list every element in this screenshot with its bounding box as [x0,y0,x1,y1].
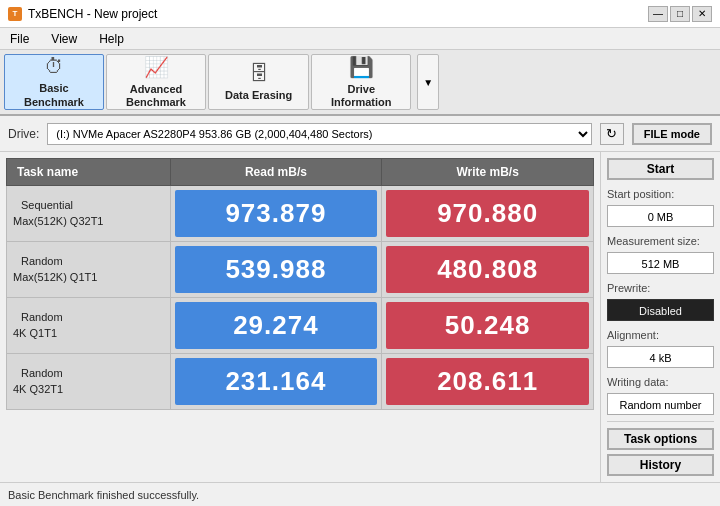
main-content: Task name Read mB/s Write mB/s Sequentia… [0,152,720,482]
tab-drive-information[interactable]: 💾 DriveInformation [311,54,411,110]
drive-label: Drive: [8,127,39,141]
basic-benchmark-icon: ⏱ [44,55,64,78]
write-value-2: 480.808 [386,246,589,293]
window-title: TxBENCH - New project [28,7,157,21]
tab-advanced-benchmark[interactable]: 📈 AdvancedBenchmark [106,54,206,110]
menu-help[interactable]: Help [95,31,128,47]
start-button[interactable]: Start [607,158,714,180]
task-name-label: RandomMax(512K) Q1T1 [13,255,97,282]
table-row: SequentialMax(512K) Q32T1 973.879 970.88… [7,186,594,242]
table-header-row: Task name Read mB/s Write mB/s [7,159,594,186]
task-name-label: Random4K Q32T1 [13,367,63,394]
drive-refresh-button[interactable]: ↻ [600,123,624,145]
read-cell-1: 973.879 [170,186,382,242]
task-name-cell: SequentialMax(512K) Q32T1 [7,186,171,242]
task-name-cell: Random4K Q1T1 [7,298,171,354]
file-mode-button[interactable]: FILE mode [632,123,712,145]
history-button[interactable]: History [607,454,714,476]
table-row: Random4K Q32T1 231.164 208.611 [7,354,594,410]
col-write: Write mB/s [382,159,594,186]
write-cell-1: 970.880 [382,186,594,242]
write-cell-3: 50.248 [382,298,594,354]
start-position-value: 0 MB [607,205,714,227]
data-erasing-label: Data Erasing [225,89,292,102]
write-cell-2: 480.808 [382,242,594,298]
status-message: Basic Benchmark finished successfully. [8,489,199,501]
writing-data-value: Random number [607,393,714,415]
menu-file[interactable]: File [6,31,33,47]
write-value-3: 50.248 [386,302,589,349]
read-value-3: 29.274 [175,302,378,349]
refresh-icon: ↻ [606,126,617,141]
read-cell-2: 539.988 [170,242,382,298]
start-position-label: Start position: [607,188,714,200]
benchmark-area: Task name Read mB/s Write mB/s Sequentia… [0,152,600,482]
measurement-size-label: Measurement size: [607,235,714,247]
advanced-benchmark-icon: 📈 [144,55,169,79]
write-value-4: 208.611 [386,358,589,405]
window-controls[interactable]: — □ ✕ [648,6,712,22]
basic-benchmark-label: BasicBenchmark [24,82,84,108]
writing-data-label: Writing data: [607,376,714,388]
minimize-button[interactable]: — [648,6,668,22]
app-icon: T [8,7,22,21]
menu-view[interactable]: View [47,31,81,47]
col-task-name: Task name [7,159,171,186]
tab-basic-benchmark[interactable]: ⏱ BasicBenchmark [4,54,104,110]
close-button[interactable]: ✕ [692,6,712,22]
title-bar: T TxBENCH - New project — □ ✕ [0,0,720,28]
tab-data-erasing[interactable]: 🗄 Data Erasing [208,54,309,110]
status-bar: Basic Benchmark finished successfully. [0,482,720,506]
alignment-value: 4 kB [607,346,714,368]
menu-bar: File View Help [0,28,720,50]
read-value-1: 973.879 [175,190,378,237]
write-cell-4: 208.611 [382,354,594,410]
toolbar: ⏱ BasicBenchmark 📈 AdvancedBenchmark 🗄 D… [0,50,720,116]
toolbar-more-button[interactable]: ▼ [417,54,439,110]
read-value-4: 231.164 [175,358,378,405]
drive-select[interactable]: (I:) NVMe Apacer AS2280P4 953.86 GB (2,0… [47,123,591,145]
task-name-cell: RandomMax(512K) Q1T1 [7,242,171,298]
task-options-button[interactable]: Task options [607,428,714,450]
drive-bar: Drive: (I:) NVMe Apacer AS2280P4 953.86 … [0,116,720,152]
prewrite-label: Prewrite: [607,282,714,294]
read-value-2: 539.988 [175,246,378,293]
col-read: Read mB/s [170,159,382,186]
sidebar-separator [607,421,714,422]
alignment-label: Alignment: [607,329,714,341]
read-cell-3: 29.274 [170,298,382,354]
drive-information-label: DriveInformation [331,83,392,109]
maximize-button[interactable]: □ [670,6,690,22]
task-name-label: SequentialMax(512K) Q32T1 [13,199,103,226]
measurement-size-value: 512 MB [607,252,714,274]
chevron-down-icon: ▼ [423,77,433,88]
advanced-benchmark-label: AdvancedBenchmark [126,83,186,109]
task-name-label: Random4K Q1T1 [13,311,63,338]
drive-information-icon: 💾 [349,55,374,79]
table-row: RandomMax(512K) Q1T1 539.988 480.808 [7,242,594,298]
benchmark-table: Task name Read mB/s Write mB/s Sequentia… [6,158,594,410]
table-row: Random4K Q1T1 29.274 50.248 [7,298,594,354]
data-erasing-icon: 🗄 [249,62,269,85]
write-value-1: 970.880 [386,190,589,237]
prewrite-value: Disabled [607,299,714,321]
read-cell-4: 231.164 [170,354,382,410]
task-name-cell: Random4K Q32T1 [7,354,171,410]
sidebar: Start Start position: 0 MB Measurement s… [600,152,720,482]
